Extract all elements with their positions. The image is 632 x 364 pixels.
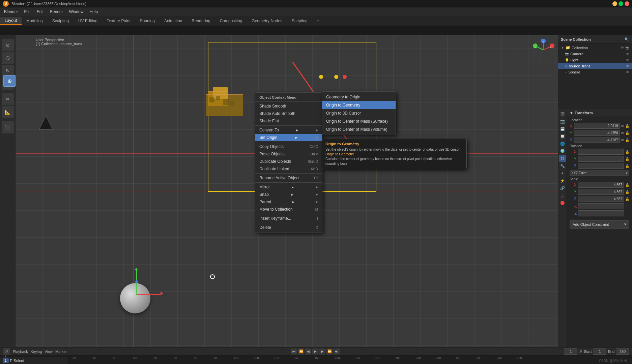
maximize-button[interactable]: □ (619, 1, 623, 6)
outliner-item-camera[interactable]: 📷 Camera 👁 (558, 51, 632, 57)
step-back-button[interactable]: ◀ (305, 348, 311, 355)
source-trans-eye[interactable]: 👁 (626, 64, 629, 68)
scale-x-lock[interactable]: 🔒 (625, 183, 629, 187)
timeline-menu-view[interactable]: View (45, 350, 53, 354)
timeline-menu-playback[interactable]: Playback (13, 350, 28, 354)
jump-to-start-button[interactable]: ⏮ (291, 348, 297, 355)
viewport[interactable]: User Perspective (1) Collection | source… (16, 35, 565, 347)
ctx-snap[interactable]: Snap▸ (255, 191, 322, 198)
location-z-input[interactable] (574, 137, 620, 143)
end-frame-input[interactable] (616, 348, 629, 355)
scale-y-lock[interactable]: 🔒 (625, 190, 629, 194)
outliner-item-collection[interactable]: ▼ 📁 Collection 👁 📷 (558, 44, 632, 51)
move-tool-button[interactable]: ⊕ (3, 75, 16, 87)
camera-eye[interactable]: 👁 (626, 52, 629, 56)
jump-forward-button[interactable]: ⏩ (326, 348, 333, 355)
ctx-parent[interactable]: Parent▸ (255, 198, 322, 206)
timeline-menu-keying[interactable]: Keying (31, 350, 42, 354)
rotation-z-lock[interactable]: 🔒 (625, 164, 629, 168)
ctx-move-to-collection[interactable]: Move to Collection M (255, 206, 322, 213)
rotation-x-lock[interactable]: 🔒 (625, 150, 629, 154)
play-button[interactable]: ▶ (312, 348, 318, 355)
start-frame-input[interactable] (593, 348, 606, 355)
props-world-icon[interactable]: 🌍 (559, 148, 566, 154)
jump-back-button[interactable]: ⏪ (298, 348, 304, 355)
sphere-eye[interactable]: 👁 (626, 70, 629, 74)
scale-z-lock[interactable]: 🔒 (625, 197, 629, 201)
props-physics-icon[interactable]: ⚡ (559, 177, 566, 184)
collection-eye[interactable]: 👁 (621, 46, 624, 50)
ctx-copy-objects[interactable]: Copy Objects Ctrl C (255, 143, 322, 150)
props-constraint-icon[interactable]: 🔗 (559, 185, 566, 191)
props-render-icon[interactable]: 📷 (559, 118, 566, 125)
dim-z-input[interactable] (578, 210, 624, 216)
location-y-input[interactable] (574, 130, 620, 136)
tab-compositing[interactable]: Compositing (215, 17, 247, 25)
props-modifier-icon[interactable]: 🔧 (559, 162, 566, 169)
outliner-item-source-trans[interactable]: ▽ source_trans 👁 (558, 63, 632, 69)
props-output-icon[interactable]: 💾 (559, 125, 566, 132)
outliner-item-sphere[interactable]: ○ Sphere 👁 (558, 69, 632, 75)
props-scene-props-icon[interactable]: 🌐 (559, 140, 566, 147)
location-z-lock[interactable]: 🔒 (625, 138, 629, 142)
tab-modeling[interactable]: Modeling (22, 17, 48, 25)
close-button[interactable]: ✕ (625, 1, 629, 6)
jump-to-end-button[interactable]: ⏭ (334, 348, 340, 355)
tab-rendering[interactable]: Rendering (187, 17, 215, 25)
menu-edit[interactable]: Edit (34, 9, 47, 15)
ctx-set-origin[interactable]: Set Origin▸ (255, 134, 322, 141)
menu-blender[interactable]: Blender (1, 9, 21, 15)
tab-texture-paint[interactable]: Texture Paint (102, 17, 135, 25)
ctx-shade-auto-smooth[interactable]: Shade Auto Smooth (255, 110, 322, 117)
rotation-z-input[interactable] (578, 163, 624, 169)
outliner-item-light[interactable]: 💡 Light 👁 (558, 57, 632, 63)
menu-render[interactable]: Render (47, 9, 65, 15)
viewport-xyz-gizmo[interactable]: X Y Z (533, 39, 554, 61)
add-cube-tool[interactable]: ⬛ (2, 121, 14, 133)
props-particles-icon[interactable]: ✦ (559, 170, 566, 177)
ctx-delete[interactable]: Delete X (255, 224, 322, 231)
scale-y-input[interactable] (578, 189, 624, 195)
outliner-filter-button[interactable]: 🔍 (624, 37, 629, 42)
cursor-tool[interactable]: ⊙ (2, 39, 14, 51)
ctx-paste-objects[interactable]: Paste Objects Ctrl V (255, 150, 322, 158)
origin-to-center-mass-volume[interactable]: Origin to Center of Mass (Volume) (322, 125, 396, 133)
step-forward-button[interactable]: ▶ (319, 348, 325, 355)
ctx-shade-smooth[interactable]: Shade Smooth (255, 102, 322, 110)
rotation-x-input[interactable] (578, 149, 624, 155)
ctx-insert-keyframe[interactable]: Insert Keyframe... I (255, 215, 322, 222)
menu-help[interactable]: Help (87, 9, 100, 15)
transform-tool[interactable]: ⬡ (2, 52, 14, 64)
location-x-lock[interactable]: 🔒 (625, 124, 629, 128)
add-object-constraint-button[interactable]: Add Object Constraint ▾ (570, 220, 629, 229)
rotation-y-lock[interactable]: 🔒 (625, 157, 629, 161)
props-material-icon[interactable]: 🔴 (559, 200, 566, 206)
tab-scripting[interactable]: Scripting (287, 17, 312, 25)
props-object-icon[interactable]: ⬡ (559, 155, 566, 162)
scale-z-input[interactable] (578, 196, 624, 202)
transform-section-header[interactable]: ▼ Transform (567, 109, 632, 117)
ctx-duplicate-linked[interactable]: Duplicate Linked Alt D (255, 165, 322, 173)
props-data-icon[interactable]: △ (559, 192, 566, 199)
origin-to-3d-cursor[interactable]: Origin to 3D Cursor (322, 109, 396, 117)
tab-geometry-nodes[interactable]: Geometry Nodes (247, 17, 287, 25)
origin-geometry-to-origin[interactable]: Geometry to Origin (322, 93, 396, 101)
rotation-y-input[interactable] (578, 156, 624, 162)
ctx-shade-flat[interactable]: Shade Flat (255, 117, 322, 125)
tab-shading[interactable]: Shading (135, 17, 160, 25)
tab-sculpting[interactable]: Sculpting (48, 17, 74, 25)
origin-to-center-mass-surface[interactable]: Origin to Center of Mass (Surface) (322, 117, 396, 125)
timeline-menu-marker[interactable]: Marker (55, 350, 67, 354)
tab-add[interactable]: + (312, 17, 324, 25)
dim-x-input[interactable] (578, 203, 624, 209)
props-scene-icon[interactable]: 🎬 (559, 111, 566, 117)
tab-uv-editing[interactable]: UV Editing (74, 17, 102, 25)
current-frame-input[interactable] (564, 348, 577, 355)
annotate-tool[interactable]: ✏ (2, 93, 14, 105)
ctx-rename-active-object[interactable]: Rename Active Object... F2 (255, 174, 322, 182)
ctx-convert-to[interactable]: Convert To▸ (255, 126, 322, 134)
menu-file[interactable]: File (21, 9, 33, 15)
origin-origin-to-geometry[interactable]: Origin to Geometry (322, 101, 396, 109)
tab-animation[interactable]: Animation (160, 17, 187, 25)
ctx-mirror[interactable]: Mirror▸ (255, 183, 322, 191)
